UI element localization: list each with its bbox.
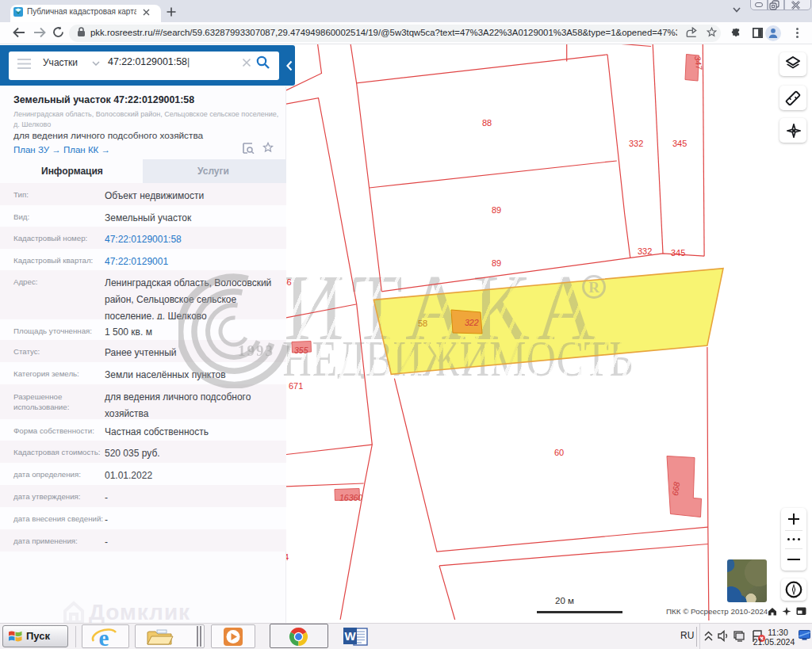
svg-text:W: W [344,629,356,643]
